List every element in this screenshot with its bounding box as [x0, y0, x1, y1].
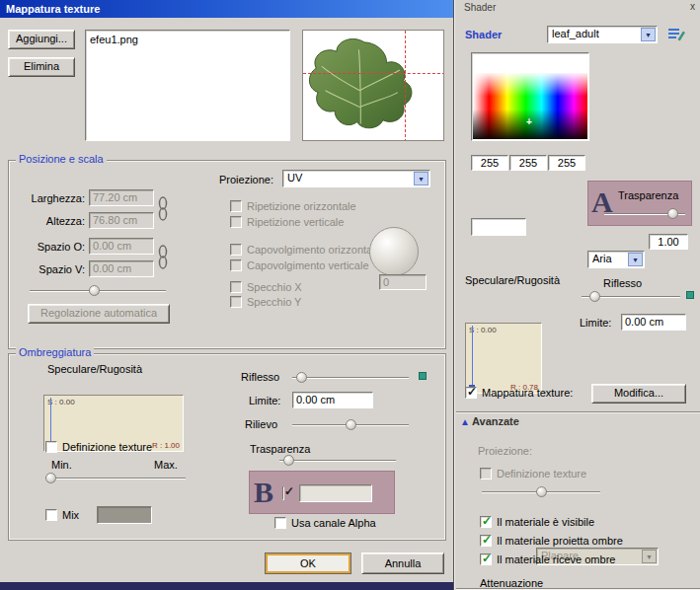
color-swatch[interactable]	[471, 218, 526, 236]
texture-definition-checkbox[interactable]	[45, 441, 57, 453]
space-u-field[interactable]: 0.00 cm	[89, 238, 154, 255]
flip-vertical-row: Capovolgimento verticale	[230, 259, 369, 271]
panel-transparency-slider-thumb[interactable]	[667, 208, 678, 219]
flip-horizontal-checkbox[interactable]	[230, 244, 242, 256]
rotation-field[interactable]: 0	[379, 274, 427, 290]
transparency-texture-field[interactable]	[299, 484, 372, 502]
edit-mapping-button[interactable]: Modifica...	[591, 384, 686, 404]
panel-title: Shader	[464, 2, 496, 13]
bump-slider[interactable]	[292, 424, 409, 426]
medium-select[interactable]: Aria ▼	[587, 251, 645, 268]
texture-list-item[interactable]: efeu1.png	[86, 31, 289, 48]
material-receive-shadows-label: Il materiale riceve ombre	[497, 553, 615, 565]
panel-definition-slider-thumb[interactable]	[536, 486, 547, 497]
mix-color-swatch[interactable]	[97, 506, 152, 524]
flip-vertical-checkbox[interactable]	[230, 259, 242, 271]
reflection-animate-button[interactable]	[419, 372, 427, 380]
close-icon[interactable]: x	[690, 1, 695, 12]
transparency-texture-checkbox[interactable]	[282, 486, 284, 500]
material-visible-checkbox[interactable]	[480, 516, 492, 528]
section-divider	[456, 411, 700, 413]
width-field[interactable]: 77.20 cm	[89, 189, 154, 206]
add-texture-button[interactable]: Aggiungi...	[8, 30, 75, 49]
texture-mapping-row: Mappatura texture:	[465, 387, 573, 399]
graph-s-value: S : 0.00	[47, 398, 75, 406]
crosshair-vertical	[405, 31, 406, 141]
rgb-r-field[interactable]: 255	[471, 155, 508, 171]
transparency-slider[interactable]	[279, 460, 396, 462]
link-icon[interactable]	[157, 242, 169, 273]
panel-texture-definition-label: Definizione texture	[497, 468, 586, 479]
alpha-channel-checkbox[interactable]	[274, 517, 286, 529]
material-cast-shadows-checkbox[interactable]	[480, 535, 492, 547]
panel-reflection-animate-button[interactable]	[686, 291, 694, 299]
auto-adjust-button[interactable]: Regolazione automatica	[28, 304, 170, 324]
projection-select[interactable]: UV ▼	[282, 170, 430, 187]
chevron-down-icon[interactable]: ▼	[628, 253, 643, 266]
panel-specular-label: Speculare/Rugosità	[465, 274, 560, 286]
repeat-horizontal-checkbox[interactable]	[230, 200, 242, 212]
material-cast-shadows-row: Il materiale proietta ombre	[480, 535, 623, 547]
link-icon[interactable]	[157, 193, 169, 225]
color-picker-crosshair[interactable]: +	[526, 116, 532, 127]
chevron-down-icon[interactable]: ▼	[642, 550, 657, 563]
min-max-slider[interactable]	[45, 478, 186, 479]
scale-slider-thumb[interactable]	[89, 285, 100, 296]
panel-projection-label: Proiezione:	[478, 445, 532, 457]
texture-preview	[302, 30, 444, 141]
dialog-titlebar[interactable]: Mappatura texture	[0, 0, 453, 18]
chevron-down-icon[interactable]: ▼	[641, 28, 656, 41]
mix-label: Mix	[62, 509, 79, 521]
cancel-button[interactable]: Annulla	[361, 553, 444, 574]
limit-label: Limite:	[249, 395, 280, 406]
delete-texture-button[interactable]: Elimina	[8, 57, 75, 77]
space-u-label: Spazio O:	[24, 241, 85, 253]
panel-definition-slider[interactable]	[482, 491, 600, 493]
reflection-slider[interactable]	[292, 377, 409, 379]
material-visible-label: Il materiale è visibile	[497, 516, 594, 528]
texture-definition-row: Definizione texture	[45, 441, 152, 453]
panel-specular-graph[interactable]: S : 0.00 R : 0.78	[465, 323, 542, 394]
advanced-section-label[interactable]: Avanzate	[472, 415, 519, 427]
texture-mapping-checkbox[interactable]	[465, 387, 477, 399]
mix-checkbox[interactable]	[45, 509, 57, 521]
flip-vertical-label: Capovolgimento verticale	[247, 259, 369, 271]
limit-field[interactable]: 0.00 cm	[292, 392, 373, 408]
repeat-vertical-checkbox[interactable]	[230, 216, 242, 228]
shader-select[interactable]: leaf_adult ▼	[547, 26, 658, 43]
material-visible-row: Il materiale è visibile	[480, 516, 594, 528]
min-max-slider-thumb[interactable]	[45, 473, 56, 483]
transparency-slider-thumb[interactable]	[283, 455, 294, 466]
rgb-g-field[interactable]: 255	[509, 155, 547, 171]
bump-slider-thumb[interactable]	[346, 419, 356, 430]
rotation-dial[interactable]	[369, 227, 419, 276]
panel-transparency-label: Trasparenza	[618, 189, 678, 201]
rgb-b-field[interactable]: 255	[548, 155, 585, 171]
specular-roughness-label: Speculare/Rugosità	[47, 363, 142, 375]
panel-transparency-slider[interactable]	[604, 213, 685, 215]
medium-amount-field[interactable]: 1.00	[649, 234, 688, 250]
advanced-collapse-icon[interactable]: ▲	[460, 416, 470, 427]
height-field[interactable]: 76.80 cm	[89, 212, 154, 229]
mirror-x-checkbox[interactable]	[230, 281, 242, 293]
color-picker[interactable]: +	[471, 52, 589, 141]
hue-gradient[interactable]: +	[473, 73, 587, 139]
chevron-down-icon[interactable]: ▼	[414, 172, 428, 185]
mirror-y-checkbox[interactable]	[230, 296, 242, 308]
mix-row: Mix	[45, 509, 79, 521]
panel-texture-definition-checkbox[interactable]	[480, 468, 492, 479]
reflection-slider-thumb[interactable]	[296, 372, 307, 383]
edit-shader-icon[interactable]	[667, 27, 685, 42]
ok-button[interactable]: OK	[265, 553, 351, 574]
material-receive-shadows-checkbox[interactable]	[480, 553, 492, 565]
panel-reflection-slider-thumb[interactable]	[589, 291, 600, 302]
transparency-label: Trasparenza	[250, 443, 310, 455]
annotation-b-letter: B	[254, 478, 273, 507]
texture-list[interactable]: efeu1.png	[85, 30, 290, 141]
space-v-field[interactable]: 0.00 cm	[89, 260, 154, 277]
panel-reflection-slider[interactable]	[582, 296, 680, 298]
bump-label: Rilievo	[245, 418, 277, 430]
panel-limit-field[interactable]: 0.00 cm	[621, 314, 686, 331]
crosshair-horizontal	[303, 73, 444, 74]
scale-slider[interactable]	[30, 290, 166, 292]
